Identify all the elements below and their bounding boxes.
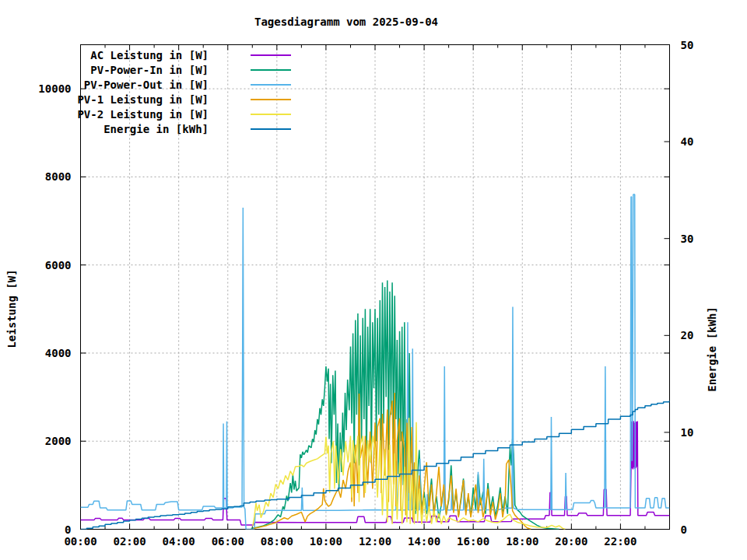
x-tick-label: 00:00	[64, 535, 96, 548]
y-right-tick-label: 40	[681, 135, 694, 148]
x-tick-label: 20:00	[555, 535, 587, 548]
y-left-tick-label: 2000	[45, 435, 72, 447]
y-left-tick-label: 0	[65, 523, 71, 536]
x-tick-label: 02:00	[114, 535, 146, 548]
y-left-tick-label: 4000	[45, 347, 72, 359]
y-right-tick-label: 10	[681, 426, 694, 439]
x-tick-label: 08:00	[261, 535, 293, 548]
y-left-tick-label: 10000	[38, 82, 71, 95]
x-tick-label: 14:00	[408, 535, 440, 548]
legend-label: PV-2 Leistung in [W]	[77, 108, 209, 121]
y-right-tick-label: 20	[681, 329, 694, 341]
x-tick-label: 04:00	[163, 535, 195, 548]
legend-label: AC Leistung in [W]	[90, 49, 209, 61]
chart-canvas: 00:0002:0004:0006:0008:0010:0012:0014:00…	[0, 0, 747, 560]
y-axis-label-left: Leistung [W]	[5, 223, 19, 394]
legend-label: PV-Power-Out in [W]	[84, 79, 209, 91]
x-tick-label: 18:00	[506, 535, 538, 548]
legend-label: PV-Power-In in [W]	[90, 64, 209, 76]
y-right-tick-label: 30	[681, 233, 694, 245]
x-tick-label: 10:00	[310, 535, 342, 548]
y-right-tick-label: 50	[681, 39, 694, 51]
y-right-tick-label: 0	[681, 523, 687, 536]
x-tick-label: 06:00	[212, 535, 244, 548]
x-tick-label: 22:00	[604, 535, 637, 548]
y-left-tick-label: 8000	[45, 170, 72, 183]
legend-label: PV-1 Leistung in [W]	[77, 93, 209, 106]
y-axis-label-right: Energie [kWh]	[706, 264, 720, 435]
tagesdiagramm-chart: Tagesdiagramm vom 2025-09-04 Leistung [W…	[0, 0, 747, 560]
x-tick-label: 16:00	[457, 535, 489, 548]
legend-label: Energie in [kWh]	[103, 123, 209, 135]
x-tick-label: 12:00	[359, 535, 391, 548]
chart-title: Tagesdiagramm vom 2025-09-04	[0, 16, 693, 28]
y-left-tick-label: 6000	[45, 259, 72, 271]
